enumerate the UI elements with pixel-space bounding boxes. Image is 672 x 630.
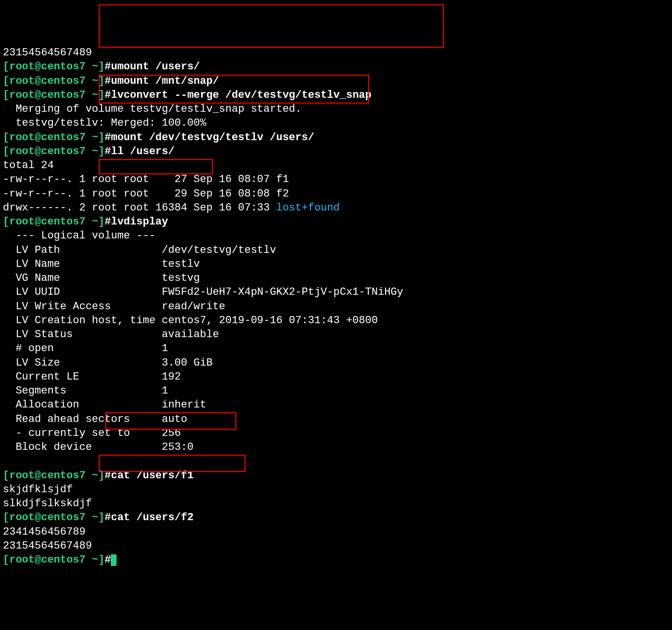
output-line: LV Size 3.00 GiB	[3, 356, 669, 370]
output-line: Merging of volume testvg/testlv_snap sta…	[3, 102, 669, 116]
shell-prompt: [root@centos7 ~]#	[3, 89, 111, 101]
output-line: LV Status available	[3, 328, 669, 341]
command-text: lvconvert --merge /dev/testvg/testlv_sna…	[111, 89, 371, 101]
command-line[interactable]: [root@centos7 ~]#cat /users/f2	[3, 511, 669, 525]
output-line: # open 1	[3, 341, 669, 355]
output-line: VG Name testvg	[3, 271, 669, 285]
command-line[interactable]: [root@centos7 ~]#	[3, 553, 669, 567]
output-line: -rw-r--r--. 1 root root 27 Sep 16 08:07 …	[3, 172, 669, 186]
shell-prompt: [root@centos7 ~]#	[3, 75, 111, 87]
output-line: 23154564567489	[3, 46, 669, 60]
command-text: umount /users/	[111, 61, 200, 73]
cursor	[111, 554, 116, 566]
output-line: Read ahead sectors auto	[3, 412, 669, 426]
output-line: Segments 1	[3, 384, 669, 398]
output-line: 2341456456789	[3, 525, 669, 539]
output-line: LV Creation host, time centos7, 2019-09-…	[3, 314, 669, 328]
output-line: LV Path /dev/testvg/testlv	[3, 243, 669, 257]
terminal-output[interactable]: 23154564567489[root@centos7 ~]#umount /u…	[3, 46, 669, 567]
command-line[interactable]: [root@centos7 ~]#umount /users/	[3, 60, 669, 74]
command-text: lvdisplay	[111, 216, 168, 228]
output-line: skjdfklsjdf	[3, 483, 669, 497]
shell-prompt: [root@centos7 ~]#	[3, 145, 111, 158]
output-line: 23154564567489	[3, 539, 669, 553]
command-text: ll /users/	[111, 145, 174, 158]
output-line: --- Logical volume ---	[3, 229, 669, 243]
output-line	[3, 454, 669, 468]
shell-prompt: [root@centos7 ~]#	[3, 61, 111, 73]
command-line[interactable]: [root@centos7 ~]#lvconvert --merge /dev/…	[3, 88, 669, 102]
shell-prompt: [root@centos7 ~]#	[3, 470, 111, 482]
shell-prompt: [root@centos7 ~]#	[3, 216, 111, 228]
output-line: Allocation inherit	[3, 398, 669, 412]
output-line: Block device 253:0	[3, 440, 669, 454]
command-line[interactable]: [root@centos7 ~]#mount /dev/testvg/testl…	[3, 131, 669, 144]
command-line[interactable]: [root@centos7 ~]#cat /users/f1	[3, 469, 669, 483]
output-line: LV Write Access read/write	[3, 300, 669, 314]
output-line: total 24	[3, 158, 669, 172]
command-line[interactable]: [root@centos7 ~]#lvdisplay	[3, 215, 669, 229]
command-text: cat /users/f1	[111, 470, 194, 482]
output-line: LV UUID FW5Fd2-UeH7-X4pN-GKX2-PtjV-pCx1-…	[3, 285, 669, 299]
output-line: slkdjfslkskdjf	[3, 497, 669, 511]
command-text: umount /mnt/snap/	[111, 75, 219, 87]
command-line[interactable]: [root@centos7 ~]#umount /mnt/snap/	[3, 74, 669, 88]
output-line: drwx------. 2 root root 16384 Sep 16 07:…	[3, 201, 669, 215]
command-text: cat /users/f2	[111, 512, 194, 524]
output-line: Current LE 192	[3, 370, 669, 384]
command-text: mount /dev/testvg/testlv /users/	[111, 131, 314, 144]
highlight-box	[99, 4, 444, 48]
directory-name: lost+found	[276, 202, 340, 214]
command-line[interactable]: [root@centos7 ~]#ll /users/	[3, 144, 669, 158]
output-line: - currently set to 256	[3, 426, 669, 440]
output-line: testvg/testlv: Merged: 100.00%	[3, 116, 669, 130]
output-line: LV Name testlv	[3, 257, 669, 271]
output-line: -rw-r--r--. 1 root root 29 Sep 16 08:08 …	[3, 187, 669, 201]
shell-prompt: [root@centos7 ~]#	[3, 554, 111, 566]
shell-prompt: [root@centos7 ~]#	[3, 512, 111, 524]
shell-prompt: [root@centos7 ~]#	[3, 131, 111, 144]
